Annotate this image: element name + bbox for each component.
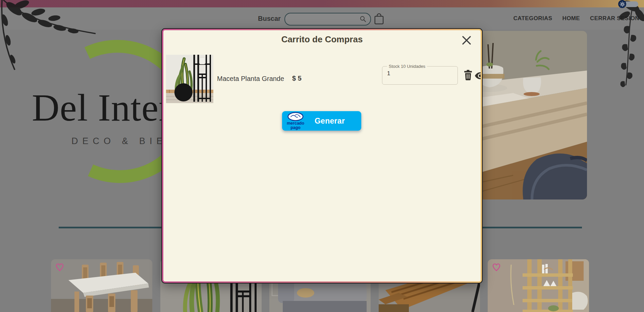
mercadopago-generate-button[interactable]: mercado pago Generar	[282, 111, 361, 131]
mercadopago-word-2: pago	[290, 126, 301, 130]
favorite-heart-icon[interactable]	[54, 262, 65, 273]
cart-item-image	[166, 55, 213, 103]
top-strip	[0, 0, 644, 7]
close-icon[interactable]	[460, 34, 473, 47]
cart-bag-icon[interactable]	[374, 12, 384, 27]
trash-icon[interactable]	[464, 70, 472, 81]
cart-modal-body: Carrito de Compras	[163, 30, 481, 281]
nav-links: CATEGORIAS HOME CERRAR SESION	[513, 7, 639, 30]
cart-modal-title: Carrito de Compras	[163, 34, 481, 45]
nav-link-home[interactable]: HOME	[562, 15, 580, 22]
quantity-fieldset: Stock 10 Unidades	[382, 64, 458, 85]
nav-link-cerrar-sesion[interactable]: CERRAR SESION	[590, 15, 639, 22]
search-input[interactable]	[285, 16, 359, 22]
navbar: Buscar CATEGORIAS HOME CERRAR SESION	[0, 7, 644, 30]
cart-modal: Carrito de Compras	[162, 29, 482, 283]
theme-toggle[interactable]	[618, 0, 638, 8]
mercadopago-logo: mercado pago	[287, 112, 304, 130]
page: Buscar CATEGORIAS HOME CERRAR SESION	[0, 0, 644, 312]
generate-button-label: Generar	[304, 117, 361, 126]
quantity-input[interactable]	[386, 69, 444, 77]
search-icon[interactable]	[359, 15, 367, 23]
product-card-dining-table[interactable]	[51, 259, 152, 312]
cart-item-price: $ 5	[292, 75, 302, 82]
gear-icon[interactable]	[618, 0, 626, 8]
search-pill	[284, 13, 371, 26]
cart-item-name: Maceta Planta Grande	[217, 75, 284, 83]
eye-icon[interactable]	[475, 72, 481, 81]
stock-label: Stock 10 Unidades	[387, 64, 427, 69]
nav-link-categorias[interactable]: CATEGORIAS	[513, 15, 552, 22]
mercadopago-handshake-icon	[287, 112, 304, 121]
product-card-shelf[interactable]	[488, 259, 589, 312]
search-label: Buscar	[258, 7, 281, 30]
favorite-heart-icon[interactable]	[491, 262, 502, 273]
